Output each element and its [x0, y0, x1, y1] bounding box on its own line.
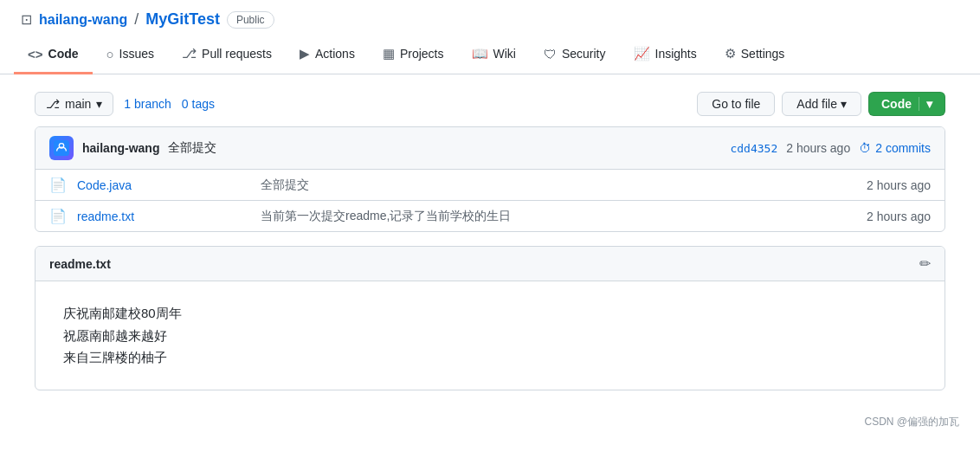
file-commit-msg: 全部提交 [261, 177, 856, 193]
security-icon: 🛡 [544, 47, 557, 61]
file-icon: 📄 [49, 208, 67, 224]
nav-label-issues: Issues [119, 47, 154, 61]
nav-label-actions: Actions [315, 47, 355, 61]
commit-message: 全部提交 [168, 140, 216, 156]
commit-hash[interactable]: cdd4352 [730, 142, 777, 155]
table-row[interactable]: 📄 Code.java 全部提交 2 hours ago [35, 170, 945, 201]
branch-count[interactable]: 1 branch [124, 97, 171, 111]
nav-item-insights[interactable]: 📈 Insights [620, 35, 711, 74]
commit-count-label: 2 commits [875, 141, 931, 155]
commit-header-left: hailang-wang 全部提交 [49, 136, 216, 160]
code-dropdown-icon: ▾ [919, 97, 932, 111]
readme-line-1: 庆祝南邮建校80周年 [63, 302, 917, 325]
avatar [49, 136, 74, 160]
branch-icon: ⎇ [46, 97, 60, 111]
nav-item-issues[interactable]: ○ Issues [93, 36, 169, 74]
separator: / [134, 10, 139, 29]
nav-item-actions[interactable]: ▶ Actions [286, 35, 369, 74]
nav-item-wiki[interactable]: 📖 Wiki [458, 35, 530, 74]
file-time: 2 hours ago [867, 178, 931, 192]
main-content: ⎇ main ▾ 1 branch 0 tags Go to file Add … [14, 74, 966, 408]
issues-icon: ○ [106, 47, 114, 61]
repo-name[interactable]: MyGitTest [145, 10, 220, 29]
repo-icon: ⊡ [21, 11, 32, 28]
readme-body: 庆祝南邮建校80周年 祝愿南邮越来越好 来自三牌楼的柚子 [35, 281, 945, 390]
repo-owner[interactable]: hailang-wang [39, 12, 127, 28]
wiki-icon: 📖 [472, 46, 488, 61]
nav-label-insights: Insights [655, 47, 697, 61]
code-button-label: Code [881, 97, 912, 111]
commit-header: hailang-wang 全部提交 cdd4352 2 hours ago ⏱ … [35, 127, 945, 170]
file-name[interactable]: readme.txt [77, 210, 250, 223]
pull-requests-icon: ⎇ [182, 46, 197, 61]
readme-header: readme.txt ✏ [35, 247, 945, 281]
nav-label-code: Code [48, 47, 79, 61]
readme-line-2: 祝愿南邮越来越好 [63, 325, 917, 347]
table-row[interactable]: 📄 readme.txt 当前第一次提交readme,记录了当前学校的生日 2 … [35, 201, 945, 231]
nav-label-wiki: Wiki [493, 47, 516, 61]
file-name[interactable]: Code.java [77, 178, 250, 192]
nav-item-security[interactable]: 🛡 Security [530, 36, 620, 74]
toolbar-left: ⎇ main ▾ 1 branch 0 tags [35, 92, 215, 116]
code-button[interactable]: Code ▾ [868, 92, 945, 116]
add-file-label: Add file [796, 97, 837, 111]
edit-icon[interactable]: ✏ [919, 255, 931, 272]
add-file-dropdown-icon: ▾ [841, 97, 847, 111]
nav-label-projects: Projects [400, 47, 444, 61]
commit-count-icon: ⏱ [859, 141, 871, 155]
readme-card: readme.txt ✏ 庆祝南邮建校80周年 祝愿南邮越来越好 来自三牌楼的柚… [35, 246, 945, 390]
file-table: hailang-wang 全部提交 cdd4352 2 hours ago ⏱ … [35, 126, 945, 232]
nav-item-settings[interactable]: ⚙ Settings [711, 35, 799, 74]
tag-count[interactable]: 0 tags [182, 97, 215, 111]
nav-label-security: Security [562, 47, 606, 61]
actions-icon: ▶ [300, 46, 310, 61]
commit-author[interactable]: hailang-wang [82, 141, 159, 155]
projects-icon: ▦ [383, 46, 395, 61]
readme-line-3: 来自三牌楼的柚子 [63, 346, 917, 369]
visibility-badge: Public [227, 11, 274, 29]
commit-time: 2 hours ago [786, 141, 850, 155]
repo-header: ⊡ hailang-wang / MyGitTest Public [0, 0, 980, 29]
branch-dropdown-icon: ▾ [96, 97, 102, 111]
settings-icon: ⚙ [725, 46, 736, 61]
watermark: CSDN @偏强的加瓦 [0, 408, 980, 436]
branch-selector[interactable]: ⎇ main ▾ [35, 92, 113, 116]
insights-icon: 📈 [634, 46, 650, 61]
go-to-file-button[interactable]: Go to file [697, 92, 775, 116]
file-time: 2 hours ago [867, 210, 931, 223]
add-file-button[interactable]: Add file ▾ [782, 92, 861, 116]
nav-label-settings: Settings [741, 47, 785, 61]
readme-title: readme.txt [49, 257, 111, 271]
nav-item-code[interactable]: <> Code [14, 36, 93, 74]
repo-nav: <> Code ○ Issues ⎇ Pull requests ▶ Actio… [0, 35, 980, 74]
file-icon: 📄 [49, 177, 67, 193]
toolbar-right: Go to file Add file ▾ Code ▾ [697, 92, 945, 116]
commit-header-right: cdd4352 2 hours ago ⏱ 2 commits [730, 141, 931, 155]
nav-label-pull-requests: Pull requests [202, 47, 272, 61]
go-to-file-label: Go to file [712, 97, 760, 111]
branch-name: main [65, 97, 91, 111]
code-icon: <> [28, 47, 43, 61]
nav-item-projects[interactable]: ▦ Projects [369, 35, 458, 74]
file-commit-msg: 当前第一次提交readme,记录了当前学校的生日 [261, 209, 856, 224]
toolbar: ⎇ main ▾ 1 branch 0 tags Go to file Add … [35, 92, 945, 116]
nav-item-pull-requests[interactable]: ⎇ Pull requests [168, 35, 286, 74]
commit-count[interactable]: ⏱ 2 commits [859, 141, 931, 155]
